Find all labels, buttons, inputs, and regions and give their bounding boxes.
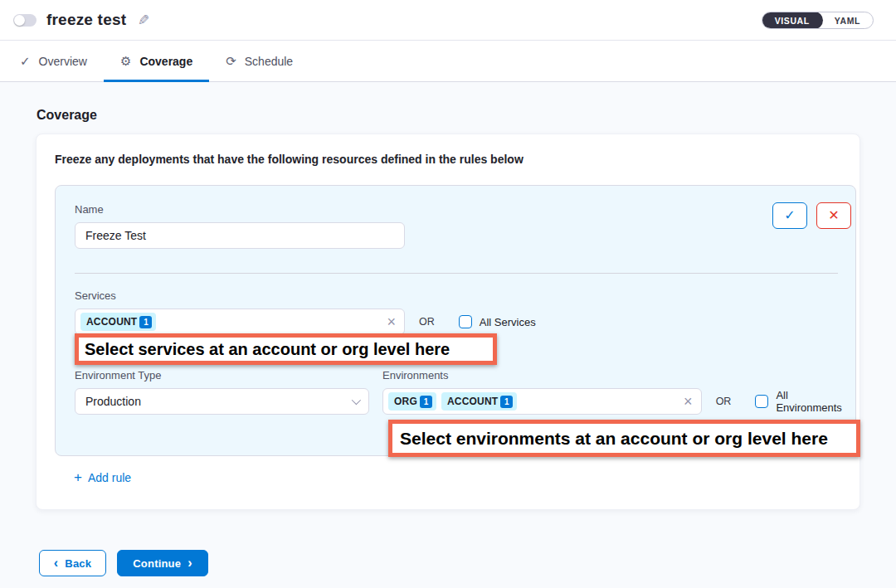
tab-coverage[interactable]: ⚙ Coverage [104, 41, 209, 81]
chip-label: ORG [394, 396, 417, 407]
back-button-label: Back [65, 557, 91, 570]
environment-type-column: Environment Type Production [75, 369, 369, 415]
all-services-checkbox[interactable] [459, 315, 472, 328]
all-services-label: All Services [480, 316, 536, 328]
add-rule-button[interactable]: + Add rule [74, 470, 131, 484]
chip-label: ACCOUNT [447, 396, 498, 407]
tab-coverage-label: Coverage [139, 55, 192, 68]
chevron-right-icon: › [187, 556, 192, 570]
gear-icon: ⚙ [120, 55, 131, 67]
clear-environments-icon[interactable]: × [684, 394, 693, 409]
page-title: freeze test [46, 11, 126, 29]
header: freeze test ✎ VISUAL YAML [0, 0, 896, 41]
tab-schedule[interactable]: ⟳ Schedule [209, 41, 309, 81]
plus-icon: + [74, 470, 82, 484]
annotation-environments: Select environments at an account or org… [388, 420, 860, 457]
all-environments-checkbox[interactable] [755, 395, 768, 408]
rule-name-input[interactable] [75, 222, 405, 249]
tab-bar: ✓ Overview ⚙ Coverage ⟳ Schedule [0, 41, 896, 82]
environments-input[interactable]: ORG 1 ACCOUNT 1 × [382, 388, 702, 415]
environment-type-select[interactable]: Production [75, 388, 369, 415]
delete-x-icon: ✕ [828, 209, 839, 222]
chip-count-badge: 1 [420, 396, 432, 408]
confirm-check-icon: ✓ [784, 209, 795, 222]
freeze-window: freeze test ✎ VISUAL YAML ✓ Overview ⚙ C… [0, 0, 896, 576]
tab-schedule-label: Schedule [245, 55, 293, 68]
chip-count-badge: 1 [500, 396, 513, 408]
environments-or-label: OR [716, 396, 732, 407]
edit-name-icon[interactable]: ✎ [138, 13, 149, 27]
chip-label: ACCOUNT [86, 316, 137, 328]
freeze-enabled-toggle[interactable] [13, 14, 37, 27]
environments-column: Environments ORG 1 ACCOUNT 1 [382, 369, 854, 415]
check-icon: ✓ [20, 55, 31, 67]
coverage-description: Freeze any deployments that have the fol… [55, 153, 859, 166]
environments-label: Environments [382, 369, 854, 381]
back-button[interactable]: ‹ Back [39, 550, 106, 576]
chevron-down-icon [352, 396, 361, 405]
services-input[interactable]: ACCOUNT 1 × [75, 309, 405, 335]
continue-button-label: Continue [133, 557, 181, 570]
services-or-label: OR [419, 316, 435, 328]
schedule-icon: ⟳ [226, 55, 236, 67]
annotation-services: Select services at an account or org lev… [75, 333, 497, 365]
services-row: ACCOUNT 1 × OR All Services [75, 309, 836, 335]
continue-button[interactable]: Continue › [117, 550, 208, 576]
coverage-heading: Coverage [37, 108, 896, 123]
name-label: Name [75, 203, 836, 216]
rule-card: Name ✓ ✕ Services ACCOUNT 1 × [55, 185, 856, 456]
tab-overview-label: Overview [39, 55, 87, 68]
coverage-panel: Freeze any deployments that have the fol… [36, 134, 860, 510]
services-chip-account[interactable]: ACCOUNT 1 [80, 313, 156, 331]
environment-type-label: Environment Type [75, 369, 369, 381]
confirm-rule-button[interactable]: ✓ [772, 202, 807, 229]
services-label: Services [75, 289, 836, 302]
delete-rule-button[interactable]: ✕ [816, 202, 851, 229]
environment-row: Environment Type Production Environments… [75, 369, 836, 415]
environments-chip-org[interactable]: ORG 1 [388, 392, 436, 411]
add-rule-label: Add rule [88, 471, 131, 484]
yaml-toggle-button[interactable]: YAML [822, 12, 873, 28]
toggle-knob [14, 15, 25, 26]
rule-actions: ✓ ✕ [772, 202, 851, 229]
chip-count-badge: 1 [139, 316, 152, 328]
footer-buttons: ‹ Back Continue › [39, 550, 896, 576]
visual-toggle-button[interactable]: VISUAL [762, 12, 823, 29]
content-area: Coverage Freeze any deployments that hav… [0, 82, 896, 576]
chevron-left-icon: ‹ [54, 556, 59, 570]
environments-input-row: ORG 1 ACCOUNT 1 × OR [382, 388, 854, 415]
tab-overview[interactable]: ✓ Overview [3, 41, 104, 81]
visual-yaml-toggle: VISUAL YAML [762, 12, 874, 29]
divider [75, 273, 838, 274]
all-environments-label: All Environments [776, 389, 854, 414]
clear-services-icon[interactable]: × [387, 314, 396, 329]
environments-chip-account[interactable]: ACCOUNT 1 [441, 392, 517, 411]
environment-type-value: Production [85, 395, 141, 408]
